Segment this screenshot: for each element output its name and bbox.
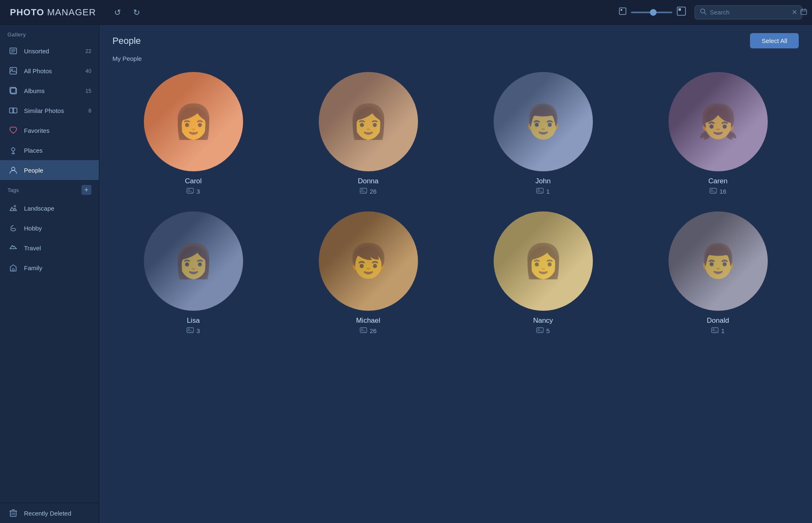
person-face-michael: 👦	[319, 211, 418, 311]
person-name-lisa: Lisa	[187, 317, 200, 325]
sidebar-label-albums: Albums	[24, 87, 86, 94]
person-avatar-nancy: 👩	[494, 211, 593, 311]
family-icon	[7, 262, 19, 273]
svg-point-41	[189, 329, 190, 330]
svg-rect-1	[621, 9, 622, 11]
people-grid: 👩 Carol 3 👩 Donna	[112, 72, 799, 334]
photo-icon-carol	[186, 188, 194, 195]
travel-icon	[7, 242, 19, 254]
svg-rect-6	[801, 10, 807, 14]
unsorted-icon	[7, 45, 19, 57]
tag-label-family: Family	[24, 264, 91, 271]
svg-rect-3	[678, 8, 681, 11]
sidebar-item-landscape[interactable]: Landscape	[0, 198, 99, 218]
places-icon	[7, 144, 19, 156]
person-face-john: 👨	[494, 72, 593, 171]
add-tag-button[interactable]: +	[81, 185, 91, 195]
sidebar-item-travel[interactable]: Travel	[0, 238, 99, 258]
sidebar-label-places: Places	[24, 147, 91, 154]
person-card-caren[interactable]: 👧 Caren 16	[637, 72, 799, 195]
sidebar-badge-unsorted: 22	[86, 48, 91, 54]
photo-icon-donald	[711, 327, 719, 334]
tags-label: Tags	[7, 187, 81, 193]
zoom-max-icon	[676, 6, 686, 18]
sidebar-label-people: People	[24, 167, 91, 174]
undo-button[interactable]: ↺	[111, 6, 124, 19]
person-face-carol: 👩	[144, 72, 243, 171]
app-title: PHOTO MANAGER	[10, 7, 96, 18]
person-card-lisa[interactable]: 👩 Lisa 3	[112, 211, 274, 334]
zoom-control	[619, 6, 686, 18]
sidebar-item-favorites[interactable]: Favorites	[0, 120, 99, 140]
person-name-john: John	[535, 177, 551, 185]
person-card-carol[interactable]: 👩 Carol 3	[112, 72, 274, 195]
svg-point-15	[11, 69, 13, 70]
person-face-nancy: 👩	[494, 211, 593, 311]
svg-line-5	[705, 12, 707, 14]
content-body: My People 👩 Carol 3 👩 Donna	[99, 55, 812, 523]
all-photos-icon	[7, 65, 19, 77]
sidebar-item-hobby[interactable]: Hobby	[0, 218, 99, 238]
person-count-nancy: 5	[536, 327, 549, 334]
person-count-donna: 26	[360, 188, 377, 195]
similar-photos-icon	[7, 105, 19, 116]
svg-rect-25	[12, 269, 14, 271]
sidebar-badge-similar-photos: 8	[88, 108, 91, 114]
person-card-john[interactable]: 👨 John 1	[462, 72, 624, 195]
app-container: PHOTO MANAGER ↺ ↻	[0, 0, 812, 523]
person-card-donna[interactable]: 👩 Donna 26	[287, 72, 449, 195]
sidebar-item-family[interactable]: Family	[0, 258, 99, 278]
content-area: People Select All My People 👩 Carol 3 👩	[99, 25, 812, 523]
sidebar-item-people[interactable]: People	[0, 160, 99, 180]
tag-label-landscape: Landscape	[24, 205, 91, 212]
gallery-label: Gallery	[0, 25, 99, 41]
search-calendar-icon[interactable]	[800, 8, 807, 17]
select-all-button[interactable]: Select All	[750, 33, 799, 48]
sidebar-label-similar-photos: Similar Photos	[24, 107, 88, 114]
person-card-nancy[interactable]: 👩 Nancy 5	[462, 211, 624, 334]
titlebar: PHOTO MANAGER ↺ ↻	[0, 0, 812, 25]
person-card-michael[interactable]: 👦 Michael 26	[287, 211, 449, 334]
svg-point-47	[713, 329, 714, 330]
person-avatar-carol: 👩	[144, 72, 243, 171]
tag-label-travel: Travel	[24, 245, 91, 252]
sidebar-item-unsorted[interactable]: Unsorted 22	[0, 41, 99, 61]
person-count-value-donna: 26	[370, 188, 377, 195]
favorites-icon	[7, 125, 19, 136]
person-count-value-donald: 1	[721, 327, 724, 334]
svg-point-24	[11, 228, 16, 231]
sidebar-badge-all-photos: 40	[86, 68, 91, 74]
person-card-donald[interactable]: 👨 Donald 1	[637, 211, 799, 334]
svg-point-37	[538, 190, 540, 191]
redo-button[interactable]: ↻	[130, 6, 143, 19]
sidebar-badge-albums: 15	[86, 88, 91, 94]
search-clear-icon[interactable]: ✕	[792, 8, 797, 16]
svg-point-23	[14, 205, 16, 207]
sidebar-item-all-photos[interactable]: All Photos 40	[0, 61, 99, 81]
sidebar-item-recently-deleted[interactable]: Recently Deleted	[0, 503, 99, 523]
person-count-value-caren: 16	[719, 188, 726, 195]
person-avatar-lisa: 👩	[144, 211, 243, 311]
person-count-value-michael: 26	[370, 327, 377, 334]
trash-icon	[7, 507, 19, 519]
zoom-slider[interactable]	[631, 12, 672, 13]
svg-point-20	[12, 148, 15, 151]
main-layout: Gallery Unsorted 22 All Photos 40 Albums…	[0, 25, 812, 523]
sidebar-item-albums[interactable]: Albums 15	[0, 81, 99, 101]
person-face-lisa: 👩	[144, 211, 243, 311]
photo-icon-donna	[360, 188, 367, 195]
person-name-carol: Carol	[185, 177, 202, 185]
sidebar-item-similar-photos[interactable]: Similar Photos 8	[0, 101, 99, 120]
tag-label-hobby: Hobby	[24, 225, 91, 232]
search-input[interactable]	[710, 9, 788, 16]
person-count-value-lisa: 3	[196, 327, 200, 334]
sidebar-item-places[interactable]: Places	[0, 140, 99, 160]
person-count-donald: 1	[711, 327, 724, 334]
person-name-donald: Donald	[707, 317, 729, 325]
svg-point-45	[538, 329, 540, 330]
person-count-value-john: 1	[546, 188, 549, 195]
person-face-donald: 👨	[669, 211, 768, 311]
sidebar-label-all-photos: All Photos	[24, 67, 86, 74]
titlebar-controls: ↺ ↻	[111, 6, 143, 19]
svg-rect-0	[619, 8, 626, 14]
